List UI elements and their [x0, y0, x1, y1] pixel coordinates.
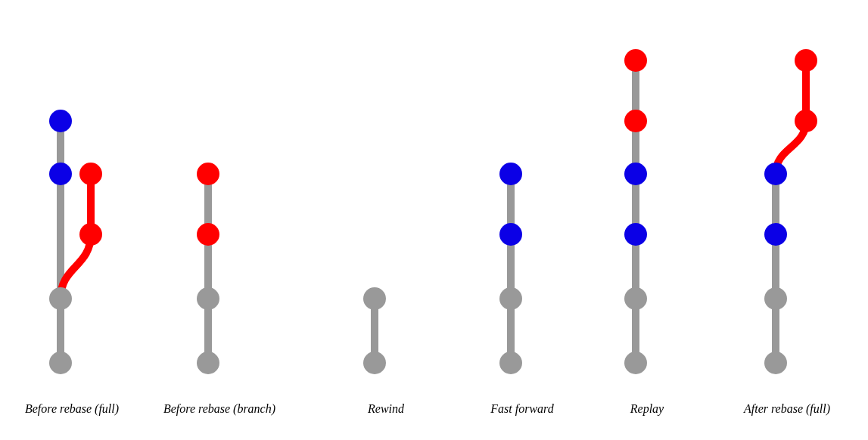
commit-dot-red — [79, 163, 102, 185]
caption-after-full: After rebase (full) — [715, 402, 859, 416]
graph-before-full — [0, 0, 151, 393]
caption-before-branch: Before rebase (branch) — [148, 402, 291, 416]
panel-before-full: Before rebase (full) — [0, 0, 144, 423]
commit-dot-gray — [499, 352, 522, 374]
commit-dot-gray — [624, 287, 647, 310]
commit-dot-red — [624, 49, 647, 72]
commit-dot-blue — [49, 110, 72, 132]
commit-dot-blue — [764, 223, 787, 246]
commit-dot-blue — [499, 163, 522, 185]
caption-rewind: Rewind — [314, 402, 458, 416]
graph-replay — [575, 0, 726, 393]
commit-dot-blue — [499, 223, 522, 246]
commit-dot-red — [197, 223, 219, 246]
commit-dot-red — [795, 49, 817, 72]
graph-rewind — [314, 0, 465, 393]
panel-before-branch: Before rebase (branch) — [148, 0, 291, 423]
caption-replay: Replay — [575, 402, 719, 416]
commit-dot-blue — [624, 163, 647, 185]
caption-before-full: Before rebase (full) — [0, 402, 144, 416]
commit-dot-gray — [363, 352, 386, 374]
commit-dot-gray — [49, 352, 72, 374]
panel-after-full: After rebase (full) — [715, 0, 859, 423]
commit-dot-red — [197, 163, 219, 185]
commit-dot-blue — [624, 223, 647, 246]
commit-dot-gray — [764, 352, 787, 374]
panel-replay: Replay — [575, 0, 719, 423]
graph-after-full — [715, 0, 866, 393]
commit-dot-gray — [49, 287, 72, 310]
commit-dot-blue — [49, 163, 72, 185]
commit-dot-gray — [197, 352, 219, 374]
commit-dot-blue — [764, 163, 787, 185]
panel-fast-forward: Fast forward — [450, 0, 594, 423]
commit-dot-gray — [499, 287, 522, 310]
graph-before-branch — [148, 0, 299, 393]
commit-dot-gray — [764, 287, 787, 310]
commit-dot-gray — [624, 352, 647, 374]
commit-dot-red — [624, 110, 647, 132]
commit-dot-red — [795, 110, 817, 132]
caption-fast-forward: Fast forward — [450, 402, 594, 416]
commit-dot-gray — [197, 287, 219, 310]
panel-rewind: Rewind — [314, 0, 458, 423]
commit-dot-gray — [363, 287, 386, 310]
commit-dot-red — [79, 223, 102, 246]
